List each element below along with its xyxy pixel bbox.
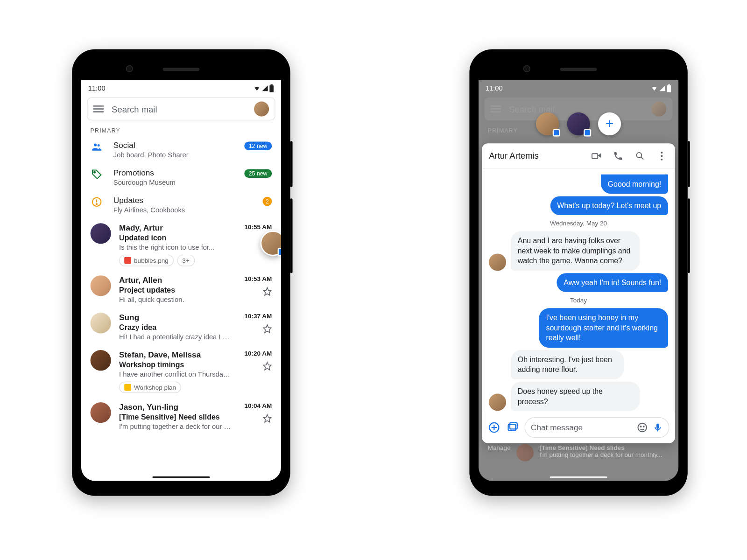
star-icon[interactable] [263,324,272,334]
badge-new: 12 new [244,142,272,150]
info-icon [91,196,103,208]
sender-avatar[interactable] [91,223,111,244]
category-updates[interactable]: Updates Fly Airlines, Cookbooks 2 [81,191,281,218]
chat-avatar[interactable] [489,394,506,411]
chat-input[interactable]: Chat message [524,417,669,438]
badge-new: 2 [263,197,272,206]
wifi-icon [253,85,261,92]
bottom-peek: Manage [Time Sensitive] Need slides I'm … [482,444,675,475]
mail-row[interactable]: Mady, Artur Updated icon Is this the rig… [81,218,281,271]
badge-new: 25 new [244,169,272,178]
mic-icon[interactable] [653,422,663,433]
peek-avatar [516,444,534,462]
tag-icon [91,168,103,181]
svg-rect-15 [592,154,598,158]
mail-subject: Crazy idea [119,323,232,331]
category-promotions[interactable]: Promotions Sourdough Museum 25 new [81,163,281,191]
mail-preview: I have another conflict on Thursday. Is … [119,370,232,378]
svg-point-16 [636,152,641,157]
mail-time: 10:37 AM [244,313,272,320]
sender-avatar[interactable] [91,350,111,371]
bubble-bar: + [479,109,678,139]
video-call-icon[interactable] [590,149,603,162]
chat-message-received: Oh interesting. I've just been adding mo… [511,350,624,379]
signal-icon [262,85,268,91]
attachment-chip[interactable]: bubbles.png [119,255,174,266]
svg-marker-12 [263,414,271,422]
add-bubble-button[interactable]: + [598,112,621,135]
svg-point-27 [641,426,641,427]
chat-bubble-head[interactable] [536,112,559,135]
chat-body[interactable]: Goood morning! What's up today? Let's me… [482,168,675,412]
star-icon[interactable] [263,362,272,371]
phone-camera [126,65,133,72]
svg-marker-10 [263,325,271,332]
mail-preview: Hi! I had a potentially crazy idea I wan… [119,333,232,341]
mail-subject: Workshop timings [119,360,232,369]
chat-avatar[interactable] [489,253,506,271]
sender-avatar[interactable] [91,313,111,333]
search-bar[interactable]: Search mail [87,98,275,120]
chat-compose-bar: Chat message [482,412,675,443]
attachment-more[interactable]: 3+ [177,255,195,266]
gesture-bar [550,476,607,478]
category-social[interactable]: Social Job board, Photo Sharer 12 new [81,136,281,163]
mail-from: Sung [119,313,232,322]
chat-header: Artur Artemis [482,143,675,168]
mail-preview: Is this the right icon to use for... [119,243,232,251]
mail-time: 10:53 AM [244,275,272,282]
gesture-bar [152,476,210,478]
menu-icon[interactable] [93,105,104,112]
mail-subject: [Time Sensitive] Need slides [119,413,232,421]
mail-row[interactable]: Stefan, Dave, Melissa Workshop timings I… [81,345,281,398]
mail-time: 10:04 AM [244,402,272,409]
svg-point-3 [98,144,100,147]
search-icon[interactable] [634,149,646,162]
svg-point-18 [661,151,662,153]
svg-point-19 [661,155,662,157]
mail-from: Stefan, Dave, Melissa [119,350,232,359]
phone-call-icon[interactable] [612,149,624,162]
gallery-icon[interactable] [506,421,519,434]
mail-time: 10:55 AM [244,223,272,230]
sender-avatar[interactable] [91,275,111,296]
mail-row[interactable]: Artur, Allen Project updates Hi all, qui… [81,271,281,308]
mail-row[interactable]: Sung Crazy idea Hi! I had a potentially … [81,308,281,345]
battery-icon [269,84,274,92]
side-button [688,198,690,273]
phone-speaker [163,68,200,71]
svg-line-17 [641,157,643,159]
manage-label[interactable]: Manage [488,444,511,451]
category-title: Social [113,140,234,150]
star-icon[interactable] [263,287,272,296]
day-separator: Wednesday, May 20 [489,220,668,227]
star-icon[interactable] [263,414,272,423]
svg-point-20 [661,158,662,160]
mail-row[interactable]: Jason, Yun-ling [Time Sensitive] Need sl… [81,398,281,435]
account-avatar[interactable] [254,101,269,116]
side-button [290,141,293,187]
more-icon[interactable] [655,149,668,162]
emoji-icon[interactable] [636,422,648,434]
chat-message-sent: What's up today? Let's meet up [550,196,668,215]
mail-preview: I'm putting together a deck for our mont… [119,422,232,430]
svg-point-7 [96,203,97,204]
category-title: Promotions [113,168,234,177]
attachment-chip[interactable]: Workshop plan [119,382,181,393]
chat-bubble-head[interactable] [567,112,590,135]
side-button [290,198,293,273]
phone-speaker [560,68,597,71]
chat-app-badge [553,129,560,137]
add-attachment-icon[interactable] [488,421,500,434]
mail-from: Jason, Yun-ling [119,402,232,412]
mail-preview: Hi all, quick question. [119,295,232,303]
chat-contact-name: Artur Artemis [489,151,581,161]
phone-camera [523,65,530,72]
svg-point-4 [94,172,95,173]
svg-point-28 [643,426,644,427]
sender-avatar[interactable] [91,402,111,423]
category-sub: Fly Airlines, Cookbooks [113,206,253,214]
chat-message-sent: Aww yeah I'm in! Sounds fun! [557,273,668,292]
image-icon [124,257,131,264]
chat-panel: Artur Artemis Goood morning! What's up t… [482,143,675,443]
